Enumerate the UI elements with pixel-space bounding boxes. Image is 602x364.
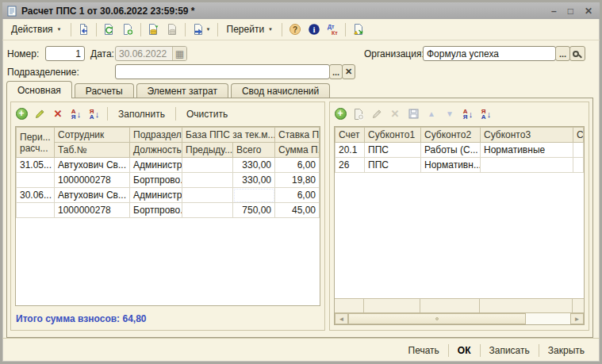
column-rate[interactable]: Ставка П... (275, 128, 320, 143)
chevron-down-icon: ▼ (268, 27, 273, 32)
maximize-button[interactable]: □ (568, 6, 573, 16)
move-down-button[interactable]: ▼ (442, 106, 458, 122)
post-document-icon (147, 23, 159, 36)
organization-select-button[interactable]: ... (555, 46, 570, 61)
window-title: Расчет ППС 1 от 30.06.2022 23:59:59 * (21, 6, 547, 17)
column-total[interactable]: Всего (233, 143, 275, 158)
horizontal-scrollbar[interactable]: ◄ ► (335, 312, 584, 324)
copy-button[interactable] (119, 21, 137, 38)
column-sum[interactable]: Сумм (573, 128, 584, 143)
refresh-icon (102, 23, 115, 36)
pencil-icon (34, 108, 46, 120)
delete-row-button[interactable]: ✕ (387, 106, 403, 122)
tab-summary[interactable]: Свод начислений (231, 83, 330, 98)
scroll-grip-icon (435, 317, 439, 320)
organization-input[interactable]: Формула успеха (423, 46, 556, 61)
close-button[interactable]: ✕ (585, 6, 592, 16)
column-department[interactable]: Подраздел... (130, 128, 182, 143)
divider (107, 107, 108, 121)
minimize-button[interactable]: – (551, 6, 557, 16)
print-button[interactable]: Печать (400, 342, 448, 359)
date-input[interactable]: 30.06.2022 ▦ (115, 46, 187, 61)
column-period[interactable]: Пери...расч... (17, 128, 55, 158)
column-subconto1[interactable]: Субконто1 (365, 128, 421, 143)
table-row[interactable]: 26 ППС Нормативн... (336, 158, 584, 173)
column-base-group[interactable]: База ППС за тек.м... (182, 128, 275, 143)
end-edit-button[interactable] (405, 106, 421, 122)
post-document-button[interactable] (144, 21, 163, 38)
table-row[interactable]: 30.06... Автухович Св... Администр... 75… (17, 188, 320, 203)
refresh-button[interactable] (100, 21, 118, 38)
move-up-button[interactable]: ▲ (424, 106, 439, 122)
info-button[interactable]: i (305, 21, 323, 38)
number-label: Номер: (7, 48, 39, 59)
date-label: Дата: (90, 48, 114, 59)
employees-toolbar: + ✕ АЯ ↓ ЯА ↓ Запо (13, 104, 322, 124)
edit-row-button[interactable] (369, 106, 385, 122)
save-button[interactable]: Записать (481, 342, 539, 359)
save-record-button[interactable] (75, 21, 93, 38)
help-button[interactable]: ? (286, 21, 304, 38)
employees-table-container: Пери...расч... Сотрудник Подраздел... Ба… (15, 126, 320, 306)
department-clear-button[interactable]: ✕ (342, 64, 355, 79)
column-amount[interactable]: Сумма П... (275, 143, 320, 158)
unpost-document-button[interactable] (163, 21, 182, 38)
sort-ascending-button[interactable]: АЯ ↓ (68, 106, 84, 122)
table-row[interactable]: 20.1 ППС Работы (С... Нормативные (336, 143, 584, 158)
department-input[interactable] (115, 64, 330, 79)
add-row-button[interactable]: + (332, 106, 348, 122)
scrollbar-thumb[interactable] (348, 313, 526, 324)
add-row-button[interactable]: + (13, 106, 29, 122)
organization-search-button[interactable] (569, 46, 585, 61)
clear-button[interactable]: Очистить (181, 107, 233, 121)
edit-row-button[interactable] (32, 106, 48, 122)
title-bar[interactable]: Расчет ППС 1 от 30.06.2022 23:59:59 * – … (2, 2, 600, 19)
employees-table: Пери...расч... Сотрудник Подраздел... Ба… (16, 127, 320, 218)
calendar-icon[interactable]: ▦ (172, 47, 186, 60)
tab-calculations[interactable]: Расчеты (75, 83, 134, 98)
tab-main[interactable]: Основная (6, 81, 72, 98)
svg-text:Дт: Дт (328, 24, 335, 30)
scroll-right-button[interactable]: ► (570, 313, 584, 324)
copy-row-button[interactable] (351, 106, 366, 122)
selected-cell[interactable]: 750,00 (233, 188, 275, 203)
delete-row-button[interactable]: ✕ (50, 106, 66, 122)
report-button[interactable] (349, 21, 367, 38)
sort-descending-button[interactable]: ЯА ↓ (86, 106, 102, 122)
go-menu-button[interactable]: Перейти ▼ (221, 21, 279, 37)
column-tab-no[interactable]: Таб.№ (55, 143, 130, 158)
totals-label: Итого сумма взносов: (16, 313, 120, 324)
ok-button[interactable]: ОК (449, 342, 480, 359)
column-previous[interactable]: Предыду... (182, 143, 233, 158)
tab-bar: Основная Расчеты Элемент затрат Свод нач… (6, 81, 593, 98)
scroll-left-button[interactable]: ◄ (335, 313, 348, 324)
table-row[interactable]: 31.05... Автухович Св... Администр... 33… (17, 158, 320, 173)
copy-add-icon (121, 23, 134, 36)
sort-ascending-button[interactable]: АЯ ↓ (460, 106, 476, 122)
table-row[interactable]: 1000000278 Бортпрово... 330,00 19,80 (17, 173, 320, 188)
chevron-down-icon: ▼ (206, 27, 211, 32)
department-select-button[interactable]: ... (329, 64, 343, 79)
totals-value: 64,80 (122, 313, 146, 324)
fill-button[interactable]: Заполнить (113, 107, 171, 121)
column-subconto3[interactable]: Субконто3 (481, 128, 573, 143)
sort-descending-button[interactable]: ЯА ↓ (478, 106, 494, 122)
totals-line: Итого сумма взносов: 64,80 (16, 313, 146, 324)
show-postings-button[interactable]: ДтКт (324, 21, 342, 38)
column-position[interactable]: Должность (130, 143, 182, 158)
organization-label: Организация: (364, 48, 424, 59)
table-row[interactable]: 1000000278 Бортпрово... 750,00 45,00 (17, 203, 320, 218)
column-employee[interactable]: Сотрудник (55, 128, 130, 143)
scrollbar-track[interactable] (526, 313, 570, 324)
plus-icon: + (335, 108, 347, 120)
actions-menu-button[interactable]: Действия ▼ (6, 21, 67, 37)
column-account[interactable]: Счет (336, 128, 365, 143)
input-on-basis-button[interactable]: ▼ (189, 21, 214, 38)
accounts-panel: + ✕ ▲ ▼ АЯ ↓ (329, 102, 589, 331)
number-input[interactable]: 1 (45, 46, 85, 61)
department-label: Подразделение: (7, 67, 79, 78)
footer-button-bar: Печать ОК Записать Закрыть (2, 338, 600, 362)
tab-cost-element[interactable]: Элемент затрат (136, 83, 228, 98)
close-button[interactable]: Закрыть (539, 342, 593, 359)
column-subconto2[interactable]: Субконто2 (421, 128, 481, 143)
